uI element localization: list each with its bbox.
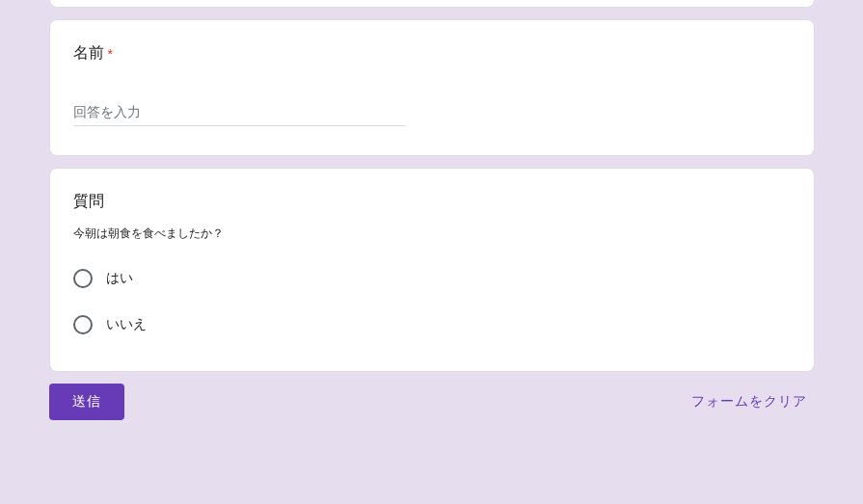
name-question-title: 名前	[73, 43, 104, 64]
submit-button[interactable]: 送信	[49, 384, 124, 420]
name-question-title-row: 名前 *	[73, 43, 791, 64]
radio-circle-icon	[73, 315, 93, 334]
breakfast-question-subtitle: 今朝は朝食を食べましたか？	[73, 225, 791, 242]
form-footer: 送信 フォームをクリア	[49, 384, 815, 420]
form-container: 名前 * 質問 今朝は朝食を食べましたか？ はい いいえ 送信 フォームをクリア	[49, 0, 815, 420]
radio-option-no[interactable]: いいえ	[73, 315, 791, 334]
name-input[interactable]	[73, 98, 406, 126]
clear-form-link[interactable]: フォームをクリア	[684, 387, 815, 416]
breakfast-radio-group: はい いいえ	[73, 269, 791, 334]
radio-label-no: いいえ	[106, 316, 147, 333]
radio-circle-icon	[73, 269, 93, 288]
previous-card-edge	[49, 0, 815, 8]
name-question-card: 名前 *	[49, 19, 815, 156]
required-indicator: *	[108, 46, 113, 62]
radio-label-yes: はい	[106, 270, 133, 287]
breakfast-question-card: 質問 今朝は朝食を食べましたか？ はい いいえ	[49, 168, 815, 372]
radio-option-yes[interactable]: はい	[73, 269, 791, 288]
breakfast-question-title: 質問	[73, 192, 791, 212]
